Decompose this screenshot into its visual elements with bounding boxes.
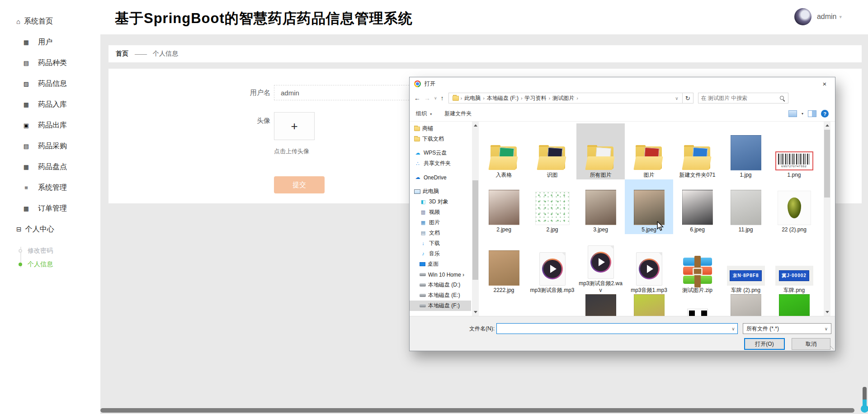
scroll-up-icon[interactable] <box>472 122 479 128</box>
avatar[interactable] <box>794 8 811 25</box>
tree-item-商铺[interactable]: 商铺 <box>410 123 471 134</box>
tree-item-文档[interactable]: ▤文档 <box>410 228 471 238</box>
sidebar-item-药品种类[interactable]: ▤药品种类 <box>0 52 100 73</box>
file-item-6.jpeg[interactable]: 6.jpeg <box>673 179 722 234</box>
address-bar[interactable]: › 此电脑›本地磁盘 (F:)›学习资料›测试图片› ∨ <box>448 93 683 104</box>
forward-icon[interactable]: → <box>424 94 430 102</box>
file-item-mp3测试音频2.wav[interactable]: mp3测试音频2.wav <box>576 234 625 295</box>
tree-item-3D 对象[interactable]: ◧3D 对象 <box>410 197 471 207</box>
tree-item-WPS云盘[interactable]: ☁WPS云盘 <box>410 148 471 158</box>
file-item-2.jpeg[interactable]: 2.jpeg <box>480 179 528 234</box>
tree-item-视频[interactable]: ▥视频 <box>410 207 471 217</box>
file-item-所有图片[interactable]: 所有图片 <box>576 123 625 179</box>
thumbnail-view-icon[interactable] <box>788 110 797 117</box>
sidebar-item-用户[interactable]: ▦用户 <box>0 32 100 52</box>
file-item-22 (2).png[interactable]: 22 (2).png <box>770 179 818 234</box>
file-item-入表格[interactable]: 入表格 <box>480 123 528 179</box>
file-item-1.jpg[interactable]: 1.jpg <box>722 123 770 179</box>
new-folder-button[interactable]: 新建文件夹 <box>444 110 472 118</box>
tree-item-共享文件夹[interactable]: ∴共享文件夹 <box>410 158 471 169</box>
up-icon[interactable]: ↑ <box>441 94 444 102</box>
close-icon[interactable]: × <box>819 80 830 88</box>
resize-grip[interactable] <box>830 346 834 349</box>
file-item-车牌 (2).png[interactable]: 京N·8P8F8车牌 (2).png <box>722 234 770 295</box>
sidebar-item-home[interactable]: ⌂ 系统首页 <box>0 11 100 32</box>
sidebar-item-药品出库[interactable]: ▣药品出库 <box>0 115 100 136</box>
page-horizontal-scrollbar[interactable] <box>100 408 854 413</box>
file-item-5.jpeg[interactable]: 5.jpeg <box>625 179 673 234</box>
avatar-upload-box[interactable]: + <box>274 112 315 140</box>
help-icon[interactable]: ? <box>821 110 829 118</box>
address-segment[interactable]: 学习资料 <box>523 94 549 102</box>
file-item-partial[interactable] <box>528 295 576 316</box>
tree-scrollbar[interactable] <box>472 122 479 316</box>
filetype-select[interactable]: 所有文件 (*.*) ∨ <box>743 323 831 334</box>
filename-input[interactable] <box>497 324 729 334</box>
file-item-partial[interactable] <box>722 295 770 316</box>
sidebar-subitem-修改密码[interactable]: 修改密码 <box>0 244 100 258</box>
page-scrollbar-knob[interactable] <box>861 405 868 413</box>
sidebar-item-订单管理[interactable]: ▦订单管理 <box>0 198 100 219</box>
file-item-partial[interactable] <box>625 295 673 316</box>
tree-item-本地磁盘 (E:)[interactable]: 本地磁盘 (E:) <box>410 290 471 301</box>
address-dropdown-icon[interactable]: ∨ <box>673 96 680 101</box>
scrollbar-thumb[interactable] <box>824 130 830 198</box>
user-menu[interactable]: admin ▾ <box>794 8 842 25</box>
file-item-mp3音频1.mp3[interactable]: mp3音频1.mp3 <box>625 234 673 295</box>
sidebar-item-药品信息[interactable]: ▨药品信息 <box>0 73 100 94</box>
tree-item-本地磁盘 (F:)[interactable]: 本地磁盘 (F:) <box>410 301 471 311</box>
file-item-2222.jpg[interactable]: 2222.jpg <box>480 234 528 295</box>
tree-item-本地磁盘 (D:)[interactable]: 本地磁盘 (D:) <box>410 280 471 290</box>
sidebar-item-personal-center[interactable]: ⊟ 个人中心 <box>0 219 100 240</box>
organize-button[interactable]: 组织 ▾ <box>416 110 432 118</box>
file-grid-scrollbar[interactable] <box>824 122 830 316</box>
refresh-button[interactable]: ↻ <box>683 93 693 104</box>
tree-item-Win 10 Home ›[interactable]: Win 10 Home › <box>410 269 471 280</box>
back-icon[interactable]: ← <box>414 94 420 102</box>
view-dropdown-icon[interactable]: ▾ <box>802 112 803 116</box>
file-item-车牌.png[interactable]: 冀J·00002车牌.png <box>770 234 818 295</box>
scroll-down-icon[interactable] <box>824 309 830 316</box>
combo-dropdown-icon[interactable]: ∨ <box>729 326 737 331</box>
search-input[interactable] <box>701 95 779 101</box>
breadcrumb-home[interactable]: 首页 <box>116 50 128 58</box>
sidebar-item-系统管理[interactable]: ≡系统管理 <box>0 177 100 198</box>
file-item-图片[interactable]: 图片 <box>625 123 673 179</box>
file-item-partial[interactable] <box>770 295 818 316</box>
file-item-2.jpg[interactable]: 2.jpg <box>528 179 576 234</box>
tree-item-音乐[interactable]: ♪音乐 <box>410 249 471 259</box>
scroll-down-icon[interactable] <box>472 309 479 316</box>
sidebar-item-药品采购[interactable]: ▤药品采购 <box>0 136 100 156</box>
sidebar-item-药品入库[interactable]: ▦药品入库 <box>0 94 100 115</box>
tree-item-下载[interactable]: ↓下载 <box>410 238 471 249</box>
file-item-测试图片.zip[interactable]: 测试图片.zip <box>673 234 722 295</box>
address-segment[interactable]: 测试图片 <box>550 94 576 102</box>
file-item-mp3测试音频.mp3[interactable]: mp3测试音频.mp3 <box>528 234 576 295</box>
search-icon[interactable] <box>779 95 785 101</box>
sidebar-item-药品盘点[interactable]: ▦药品盘点 <box>0 156 100 177</box>
tree-item-图片[interactable]: ▦图片 <box>410 217 471 228</box>
file-item-识图[interactable]: 识图 <box>528 123 576 179</box>
scrollbar-thumb[interactable] <box>472 180 478 280</box>
cancel-button[interactable]: 取消 <box>792 338 830 350</box>
sidebar-subitem-个人信息[interactable]: 个人信息 <box>0 258 100 271</box>
file-item-11.jpg[interactable]: 11.jpg <box>722 179 770 234</box>
file-item-partial[interactable] <box>576 295 625 316</box>
file-item-1.png[interactable]: 69572707475521.png <box>770 123 818 179</box>
submit-button[interactable]: 提交 <box>274 176 325 193</box>
file-item-partial[interactable] <box>673 295 722 316</box>
dialog-titlebar[interactable]: 打开 × <box>410 77 835 90</box>
tree-item-此电脑[interactable]: 此电脑 <box>410 186 471 197</box>
tree-item-桌面[interactable]: 桌面 <box>410 259 471 269</box>
history-dropdown-icon[interactable]: ∨ <box>434 96 437 100</box>
file-item-新建文件夹071[interactable]: 新建文件夹071 <box>673 123 722 179</box>
preview-pane-icon[interactable] <box>808 110 816 117</box>
file-item-partial[interactable] <box>480 295 528 316</box>
tree-item-OneDrive[interactable]: ☁OneDrive <box>410 172 471 183</box>
address-segment[interactable]: 本地磁盘 (F:) <box>485 94 521 102</box>
file-item-3.jpeg[interactable]: 3.jpeg <box>576 179 625 234</box>
open-button[interactable]: 打开(O) <box>744 338 785 350</box>
tree-item-下载文档[interactable]: 下载文档 <box>410 134 471 144</box>
scroll-up-icon[interactable] <box>824 122 830 128</box>
address-segment[interactable]: 此电脑 <box>462 94 483 102</box>
